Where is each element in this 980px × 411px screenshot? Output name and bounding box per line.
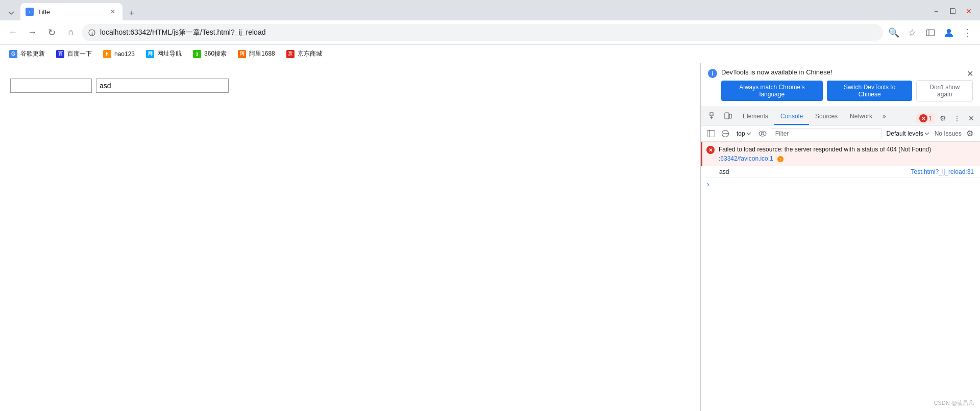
banner-message: DevTools is now available in Chinese! — [721, 68, 973, 76]
tab-more-button[interactable]: » — [878, 109, 890, 125]
bookmark-baidu[interactable]: 百 百度一下 — [51, 47, 97, 61]
devtools-settings-icon[interactable]: ⚙ — [936, 112, 949, 125]
bookmarks-bar: G 谷歌更新 百 百度一下 h hao123 网 网址导航 3 360搜索 阿 … — [0, 45, 980, 63]
context-selector[interactable]: top — [733, 129, 754, 138]
tab-switcher[interactable] — [4, 6, 18, 20]
dont-show-again-button[interactable]: Don't show again — [916, 80, 973, 101]
first-input[interactable] — [10, 79, 92, 93]
minimize-button[interactable]: − — [929, 4, 943, 18]
svg-point-16 — [759, 131, 766, 136]
bookmark-ali[interactable]: 阿 阿里1688 — [233, 47, 280, 61]
clear-console-icon[interactable] — [719, 127, 731, 140]
second-input[interactable] — [96, 79, 229, 93]
svg-rect-11 — [729, 114, 731, 118]
devtools-close-icon[interactable]: ✕ — [965, 112, 978, 125]
new-tab-button[interactable]: + — [125, 6, 139, 20]
issues-settings-icon[interactable]: ⚙ — [964, 127, 976, 140]
tab-title: Title — [38, 8, 104, 16]
chrome-menu-icon[interactable]: ⋮ — [959, 24, 976, 41]
device-toolbar-icon[interactable] — [721, 110, 734, 123]
tab-close-button[interactable]: ✕ — [108, 7, 117, 16]
nav-actions: 🔍 ☆ ⋮ — [885, 24, 976, 41]
devtools-tab-icons — [705, 108, 737, 125]
console-log-row: asd Test.html?_ij_reload:31 — [701, 166, 980, 178]
inspect-element-icon[interactable] — [707, 110, 720, 123]
content-area: i DevTools is now available in Chinese! … — [0, 63, 980, 411]
tab-sources[interactable]: Sources — [809, 109, 844, 125]
log-source-link[interactable]: Test.html?_ij_reload:31 — [911, 168, 974, 175]
home-button[interactable]: ⌂ — [62, 24, 80, 41]
banner-close-button[interactable]: ✕ — [964, 67, 976, 80]
bookmark-star-icon[interactable]: ☆ — [903, 24, 921, 41]
error-count-icon: ✕ — [919, 114, 927, 122]
console-sidebar-icon[interactable] — [705, 127, 717, 140]
jd-icon: 京 — [286, 50, 295, 58]
bookmark-google[interactable]: G 谷歌更新 — [4, 47, 50, 61]
maximize-button[interactable]: ⧠ — [945, 4, 960, 18]
devtools-banner: i DevTools is now available in Chinese! … — [701, 63, 980, 107]
devtools-actions: ✕ 1 ⚙ ⋮ ✕ — [916, 112, 980, 125]
sidebar-toggle-icon[interactable] — [922, 24, 939, 41]
baidu-icon: 百 — [56, 50, 64, 58]
ali-icon: 阿 — [238, 50, 246, 58]
search-icon[interactable]: 🔍 — [885, 24, 902, 41]
switch-chinese-button[interactable]: Switch DevTools to Chinese — [827, 81, 913, 101]
bookmark-360-label: 360搜索 — [204, 49, 227, 58]
svg-rect-12 — [707, 130, 715, 137]
svg-text:!: ! — [780, 157, 781, 162]
error-badge[interactable]: ✕ 1 — [916, 113, 935, 123]
error-count: 1 — [928, 115, 932, 122]
banner-info-icon: i — [708, 69, 717, 78]
back-button[interactable]: ← — [4, 24, 21, 41]
reload-button[interactable]: ↻ — [43, 24, 60, 41]
forward-button[interactable]: → — [23, 24, 41, 41]
console-toolbar: top Default levels No Issues ⚙ — [701, 125, 980, 142]
match-language-button[interactable]: Always match Chrome's language — [721, 81, 823, 101]
context-label: top — [737, 130, 745, 137]
bookmark-wang-label: 网址导航 — [157, 49, 182, 58]
devtools-tabs: Elements Console Sources Network » ✕ 1 ⚙… — [701, 107, 980, 125]
console-filter-input[interactable] — [771, 128, 881, 139]
bookmark-baidu-label: 百度一下 — [67, 49, 92, 58]
console-log-value: asd — [719, 168, 729, 175]
security-icon: ℹ — [88, 29, 96, 37]
address-bar[interactable]: ℹ localhost:63342/HTML/js第一章/Test.html?_… — [82, 24, 883, 41]
tab-elements[interactable]: Elements — [737, 109, 774, 125]
active-tab[interactable]: T Title ✕ — [20, 3, 122, 20]
log-levels-label: Default levels — [887, 130, 923, 137]
no-issues-label: No Issues — [935, 130, 962, 137]
console-error-text: Failed to load resource: the server resp… — [719, 145, 974, 163]
error-icon: ✕ — [706, 146, 715, 154]
devtools-panel: i DevTools is now available in Chinese! … — [700, 63, 980, 411]
tab-network[interactable]: Network — [844, 109, 878, 125]
svg-point-6 — [947, 29, 951, 33]
bookmark-jd-label: 京东商城 — [298, 49, 322, 58]
eye-icon[interactable] — [756, 127, 769, 140]
svg-text:ℹ: ℹ — [91, 31, 93, 35]
bookmark-google-label: 谷歌更新 — [20, 49, 45, 58]
bookmark-jd[interactable]: 京 京东商城 — [281, 47, 327, 61]
svg-text:T: T — [29, 10, 31, 14]
bookmark-ali-label: 阿里1688 — [249, 49, 275, 58]
bookmark-360[interactable]: 3 360搜索 — [188, 47, 232, 61]
close-button[interactable]: ✕ — [962, 4, 976, 18]
bookmark-wang[interactable]: 网 网址导航 — [141, 47, 187, 61]
devtools-more-icon[interactable]: ⋮ — [950, 112, 964, 125]
svg-rect-10 — [725, 113, 729, 119]
log-levels-selector[interactable]: Default levels — [884, 129, 933, 138]
url-text: localhost:63342/HTML/js第一章/Test.html?_ij… — [100, 28, 877, 37]
wang-icon: 网 — [146, 50, 154, 58]
tab-favicon: T — [26, 8, 34, 16]
console-error-row: ✕ Failed to load resource: the server re… — [701, 142, 980, 166]
360-icon: 3 — [193, 50, 201, 58]
error-source-link[interactable]: :63342/favicon.ico:1 — [719, 155, 773, 162]
profile-icon[interactable] — [940, 24, 958, 41]
console-expand-arrow[interactable]: › — [701, 178, 980, 190]
tab-console[interactable]: Console — [774, 109, 809, 125]
svg-rect-7 — [710, 113, 713, 116]
bookmark-hao123[interactable]: h hao123 — [98, 47, 140, 61]
window-controls: − ⧠ ✕ — [929, 4, 980, 20]
csdn-watermark: CSDN @蓝晶凡 — [934, 399, 974, 407]
banner-actions: Always match Chrome's language Switch De… — [721, 80, 973, 101]
input-row — [10, 79, 690, 93]
